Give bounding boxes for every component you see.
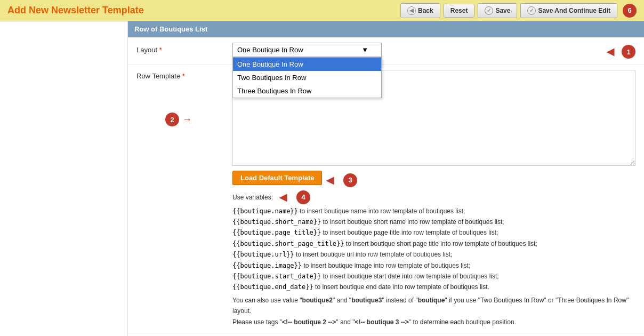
save-continue-icon: ✓ — [527, 6, 536, 15]
layout-row: Layout * One Boutique In Row ▼ One Bouti… — [128, 37, 644, 65]
var-line-2: {{boutique.short_name}} to insert boutiq… — [232, 217, 635, 227]
form-container: Row of Boutiques List Layout * One Bouti… — [128, 21, 644, 336]
annotation-4: 4 — [296, 190, 310, 204]
save-icon: ✓ — [485, 6, 493, 15]
layout-dropdown-display[interactable]: One Boutique In Row ▼ — [232, 43, 382, 57]
arrow-1-icon: ◀ — [607, 46, 614, 58]
section-header: Row of Boutiques List — [128, 21, 644, 37]
content-area: Row of Boutiques List Layout * One Bouti… — [128, 21, 644, 336]
var-line-3: {{boutique.page_title}} to insert boutiq… — [232, 227, 635, 238]
layout-dropdown-list: One Boutique In Row Two Boutiques In Row… — [232, 57, 382, 98]
var-line-6: {{boutique.image}} to insert boutique im… — [232, 260, 635, 271]
back-button[interactable]: ◀ Back — [400, 3, 440, 18]
load-template-row: Load Default Template ◀ 3 — [232, 171, 635, 189]
var-line-5: {{boutique.url}} to insert boutique url … — [232, 249, 635, 260]
annotation-1-container: ◀ 1 — [607, 45, 635, 59]
var-note: You can also use value "boutique2" and "… — [232, 295, 635, 317]
page-header: Add New Newsletter Template ◀ Back Reset… — [0, 0, 644, 21]
save-continue-button[interactable]: ✓ Save And Continue Edit — [520, 3, 617, 18]
layout-label: Layout * — [136, 43, 232, 54]
sidebar — [0, 21, 128, 336]
var-line-4: {{boutique.short_page_title}} to insert … — [232, 238, 635, 249]
date-format-row: Date Format ◀ 5 ▲ Default value is "m/d/… — [128, 333, 644, 336]
section-title: Row of Boutiques List — [134, 25, 207, 33]
layout-selected-value: One Boutique In Row — [237, 46, 303, 54]
annotation-6: 6 — [623, 4, 637, 18]
annotation-1: 1 — [622, 45, 635, 59]
layout-dropdown-container[interactable]: One Boutique In Row ▼ One Boutique In Ro… — [232, 43, 382, 57]
row-template-label: Row Template * — [136, 70, 232, 80]
reset-button[interactable]: Reset — [444, 4, 475, 18]
save-button[interactable]: ✓ Save — [478, 3, 517, 18]
annotation-2: 2 — [165, 113, 179, 126]
arrow-2-icon: → — [182, 114, 192, 125]
main-container: Row of Boutiques List Layout * One Bouti… — [0, 21, 644, 336]
row-template-row: 2 → Row Template * Load Default Template… — [128, 65, 644, 333]
dropdown-item-1[interactable]: One Boutique In Row — [233, 58, 381, 71]
back-icon: ◀ — [407, 6, 416, 15]
arrow-4-icon: ◀ — [279, 189, 287, 206]
row-template-required: * — [180, 72, 185, 80]
load-default-template-button[interactable]: Load Default Template — [232, 171, 322, 185]
var-line-1: {{boutique.name}} to insert boutique nam… — [232, 206, 635, 217]
arrow-3-icon: ◀ — [326, 174, 334, 186]
dropdown-item-2[interactable]: Two Boutiques In Row — [233, 71, 381, 84]
page-title: Add New Newsletter Template — [7, 5, 144, 16]
var-tags: Please use tags "<!-- boutique 2 -->" an… — [232, 317, 635, 327]
var-line-7: {{boutique.start_date}} to insert boutiq… — [232, 271, 635, 282]
header-buttons: ◀ Back Reset ✓ Save ✓ Save And Continue … — [400, 3, 637, 18]
dropdown-arrow-icon: ▼ — [361, 46, 368, 54]
annotation-3: 3 — [343, 173, 357, 187]
variables-section: Use variables: ◀ 4 {{boutique.name}} to … — [232, 189, 635, 327]
var-line-8: {{boutique.end_date}} to insert boutique… — [232, 282, 635, 292]
variables-title: Use variables: ◀ 4 — [232, 189, 635, 206]
layout-required: * — [157, 46, 162, 54]
layout-field: One Boutique In Row ▼ One Boutique In Ro… — [232, 43, 602, 57]
dropdown-item-3[interactable]: Three Boutiques In Row — [233, 84, 381, 98]
row-template-field: Load Default Template ◀ 3 Use variables:… — [232, 70, 635, 327]
annotation-2-container: 2 → — [160, 113, 192, 126]
